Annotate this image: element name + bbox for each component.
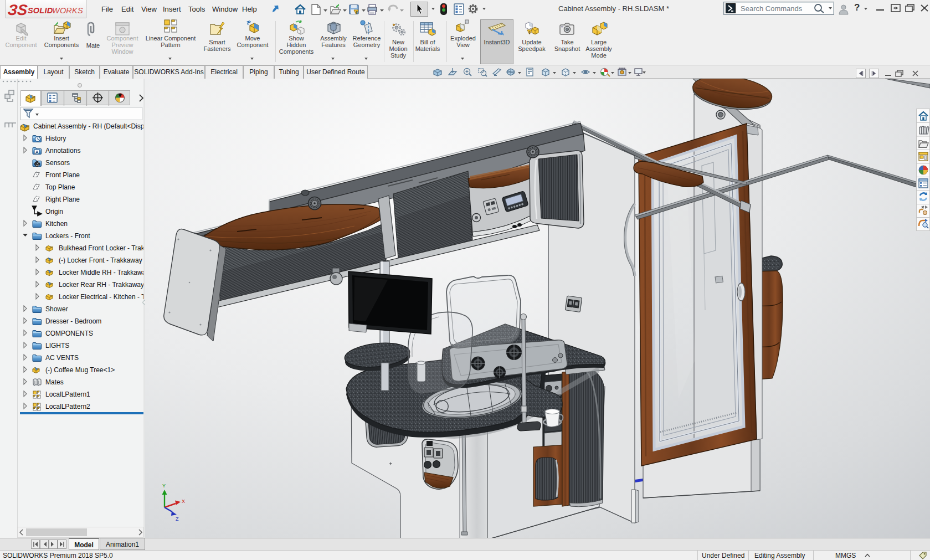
svg-text:SOLID: SOLID [28,6,53,15]
svg-text:LocalLPattern2: LocalLPattern2 [45,403,90,410]
svg-text:Annotations: Annotations [45,147,80,155]
svg-text:Y: Y [162,483,166,489]
svg-text:Front Plane: Front Plane [45,171,80,179]
svg-text:!: ! [529,30,530,34]
svg-text:Right Plane: Right Plane [45,196,80,203]
svg-text:Top Plane: Top Plane [45,183,75,191]
svg-text:Z: Z [176,516,179,522]
svg-text:Sensors: Sensors [45,159,70,167]
svg-text:X: X [182,499,185,504]
svg-text:!: ! [356,11,357,14]
svg-text:WORKS: WORKS [52,6,83,15]
svg-text:Shower: Shower [45,305,68,313]
svg-text:Lockers - Front: Lockers - Front [45,232,90,240]
svg-text:Origin: Origin [45,208,63,215]
svg-text:LIGHTS: LIGHTS [45,342,69,350]
svg-text:(-) Coffee Mug Tree<1>: (-) Coffee Mug Tree<1> [45,366,115,374]
svg-text:A: A [35,150,39,155]
svg-text:Locker Middle RH - Trakkawa: Locker Middle RH - Trakkawa [59,269,145,276]
svg-text:AC VENTS: AC VENTS [45,354,79,362]
svg-text:(-) Locker Front - Trakkaway 8: (-) Locker Front - Trakkaway 8 [59,256,145,264]
svg-text:COMPONENTS: COMPONENTS [45,330,93,337]
svg-text:ЗS: ЗS [7,1,29,18]
svg-text:Cabinet Assembly - RH (Defaul: Cabinet Assembly - RH (Default<Disp [33,122,145,130]
svg-text:LocalLPattern1: LocalLPattern1 [45,391,90,398]
svg-text:Dresser - Bedroom: Dresser - Bedroom [45,317,101,325]
svg-text:Locker Electrical - Kitchen -: Locker Electrical - Kitchen - T [59,293,145,301]
svg-text:Kitchen: Kitchen [45,220,68,228]
svg-text:Mates: Mates [45,378,64,386]
svg-text:Bulkhead Front Locker - Trakl: Bulkhead Front Locker - Trakl [59,244,145,252]
svg-text:History: History [45,135,66,142]
svg-text:Locker Rear RH - Trakkaway 8: Locker Rear RH - Trakkaway 8 [59,281,145,289]
